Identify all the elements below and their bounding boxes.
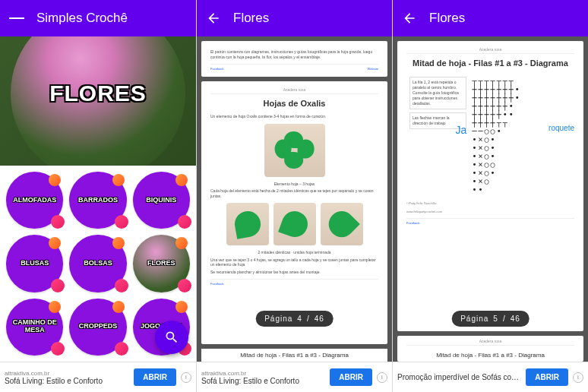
ad-url: attraktiva.com.br bbox=[5, 370, 129, 377]
category-croppeds[interactable]: CROPPEDS bbox=[69, 299, 126, 356]
ad-title: Promoção imperdível de Sofás com Descont… bbox=[397, 373, 521, 381]
appbar: Flores bbox=[393, 0, 588, 36]
category-label: BOLSAS bbox=[84, 260, 112, 267]
ad-cta-button[interactable]: ABRIR bbox=[134, 368, 176, 386]
ad-url: attraktiva.com.br bbox=[201, 370, 325, 377]
back-icon[interactable] bbox=[206, 11, 221, 26]
category-label: BIQUINIS bbox=[146, 197, 176, 204]
document-viewer[interactable]: Acedera rosa Mitad de hoja - Filas #1 a … bbox=[393, 36, 588, 362]
page-indicator: Página 5 / 46 bbox=[451, 311, 530, 327]
ad-title: Sofá Living: Estilo e Conforto bbox=[201, 377, 325, 385]
ad-close-icon[interactable]: i bbox=[573, 372, 583, 383]
app-title: Simples Crochê bbox=[36, 11, 128, 26]
appbar: Flores bbox=[197, 0, 392, 36]
ad-banner[interactable]: attraktiva.com.br Sofá Living: Estilo e … bbox=[197, 362, 392, 392]
next-page-peek: Acedera rosa Mitad de hoja - Filas #1 a … bbox=[397, 336, 583, 362]
category-label: BLUSAS bbox=[21, 260, 49, 267]
category-label: CROPPEDS bbox=[79, 323, 118, 330]
next-page-peek: Mitad de hoja - Filas #1 a #3 - Diagrama bbox=[201, 349, 387, 362]
ad-cta-button[interactable]: ABRIR bbox=[526, 368, 568, 386]
photo-clover bbox=[264, 124, 325, 177]
category-caminho-de-mesa[interactable]: CAMINHO DE MESA bbox=[6, 299, 63, 356]
category-label: CAMINHO DE MESA bbox=[6, 319, 63, 334]
category-bolsas[interactable]: BOLSAS bbox=[69, 235, 126, 292]
category-label: BARRADOS bbox=[78, 197, 118, 204]
pane-document-p5: Flores Acedera rosa Mitad de hoja - Fila… bbox=[392, 0, 588, 392]
search-fab[interactable] bbox=[155, 321, 188, 354]
ad-banner[interactable]: Promoção imperdível de Sofás com Descont… bbox=[393, 362, 588, 392]
ad-cta-button[interactable]: ABRIR bbox=[330, 368, 372, 386]
hero-label: FLORES bbox=[49, 81, 147, 106]
ad-close-icon[interactable]: i bbox=[181, 372, 191, 383]
category-label: FLORES bbox=[147, 260, 175, 267]
category-label: ALMOFADAS bbox=[13, 197, 56, 204]
pane-home: Simples Crochê FLORES ALMOFADASBARRADOSB… bbox=[0, 0, 196, 392]
ad-close-icon[interactable]: i bbox=[377, 372, 387, 383]
crochet-diagram: Ja roquete ┬┬┬┬┬┬┬┼┼┼┼┼┼┼•┼┼┼┼┼┼┼•┼┼┼┼┼┼… bbox=[473, 77, 571, 194]
pdf-page-main: Acedera rosa Hojas de Oxalis Un elemento… bbox=[201, 81, 387, 344]
category-barrados[interactable]: BARRADOS bbox=[69, 172, 126, 229]
screen-title: Flores bbox=[233, 11, 269, 26]
appbar: Simples Crochê bbox=[0, 0, 196, 36]
page-heading: Hojas de Oxalis bbox=[210, 99, 378, 108]
category-almofadas[interactable]: ALMOFADAS bbox=[6, 172, 63, 229]
category-biquinis[interactable]: BIQUINIS bbox=[133, 172, 190, 229]
pdf-page-main: Acedera rosa Mitad de hoja - Filas #1 a … bbox=[397, 41, 583, 331]
ad-banner[interactable]: attraktiva.com.br Sofá Living: Estilo e … bbox=[0, 362, 196, 392]
pdf-page-prev: El patrón comienza con diagramas, instru… bbox=[201, 41, 387, 77]
hero-banner[interactable]: FLORES bbox=[0, 36, 196, 166]
category-blusas[interactable]: BLUSAS bbox=[6, 235, 63, 292]
document-viewer[interactable]: El patrón comienza con diagramas, instru… bbox=[197, 36, 392, 362]
page-indicator: Página 4 / 46 bbox=[255, 311, 334, 327]
photo-half2 bbox=[273, 203, 316, 245]
page-heading: Mitad de hoja - Filas #1 a #3 - Diagrama bbox=[406, 58, 574, 68]
category-flores[interactable]: FLORES bbox=[133, 235, 190, 292]
screen-title: Flores bbox=[429, 11, 465, 26]
photo-leaf-done bbox=[321, 203, 363, 245]
back-icon[interactable] bbox=[402, 11, 417, 26]
menu-icon[interactable] bbox=[9, 11, 24, 26]
photo-half1 bbox=[226, 203, 269, 245]
pane-document-p4: Flores El patrón comienza con diagramas,… bbox=[196, 0, 392, 392]
ad-title: Sofá Living: Estilo e Conforto bbox=[5, 377, 129, 385]
